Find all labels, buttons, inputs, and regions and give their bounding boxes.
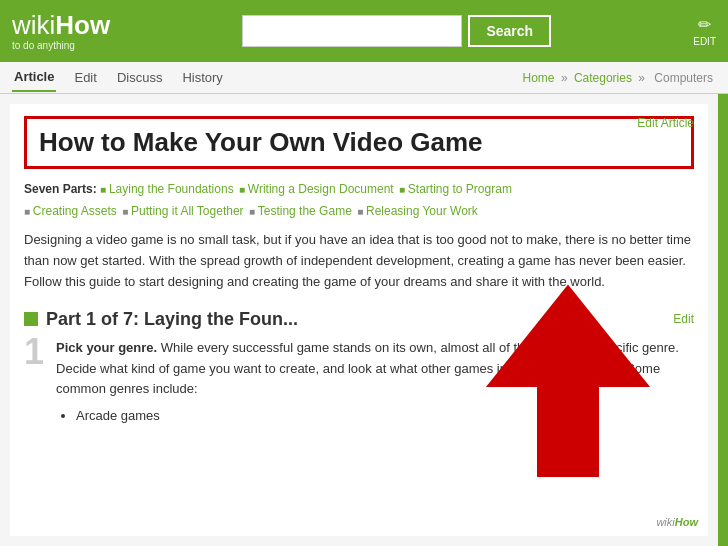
- step-content-1: Pick your genre. While every successful …: [56, 338, 694, 427]
- part-link-4[interactable]: Creating Assets: [24, 204, 117, 218]
- main-content: Edit Article How to Make Your Own Video …: [0, 94, 728, 546]
- edit-header-label: EDIT: [693, 36, 716, 47]
- section-title-1: Part 1 of 7: Laying the Foun...: [24, 309, 298, 330]
- watermark-how: How: [675, 516, 698, 528]
- section-title-text: Part 1 of 7: Laying the Foun...: [46, 309, 298, 330]
- logo-wiki: wiki: [12, 10, 55, 40]
- logo-tagline: to do anything: [12, 40, 110, 51]
- section-square-icon: [24, 312, 38, 326]
- breadcrumb-home[interactable]: Home: [523, 71, 555, 85]
- part-link-1[interactable]: Laying the Foundations: [100, 182, 234, 196]
- part-link-5[interactable]: Putting it All Together: [122, 204, 243, 218]
- search-area: Search: [242, 15, 551, 47]
- bullet-list-1: Arcade games: [76, 406, 694, 427]
- tab-article[interactable]: Article: [12, 63, 56, 92]
- breadcrumb-sep2: »: [638, 71, 645, 85]
- breadcrumb-current: Computers: [654, 71, 713, 85]
- watermark: wikiHow: [656, 516, 698, 528]
- search-button[interactable]: Search: [468, 15, 551, 47]
- header: wikiHow to do anything Search ✏ EDIT: [0, 0, 728, 62]
- step-number-1: 1: [24, 334, 44, 370]
- bullet-item-arcade: Arcade games: [76, 406, 694, 427]
- article-description: Designing a video game is no small task,…: [24, 230, 694, 292]
- sidebar-strip: [718, 94, 728, 546]
- tabs-left: Article Edit Discuss History: [12, 63, 225, 92]
- part-link-2[interactable]: Writing a Design Document: [239, 182, 394, 196]
- logo-how: How: [55, 10, 110, 40]
- part-link-6[interactable]: Testing the Game: [249, 204, 352, 218]
- tab-edit[interactable]: Edit: [72, 64, 98, 91]
- watermark-wiki: wiki: [656, 516, 674, 528]
- step-bold-1: Pick your genre.: [56, 340, 157, 355]
- tab-discuss[interactable]: Discuss: [115, 64, 165, 91]
- article-title-box: How to Make Your Own Video Game: [24, 116, 694, 169]
- content-inner: Edit Article How to Make Your Own Video …: [10, 104, 708, 536]
- nav-tabs: Article Edit Discuss History Home » Cate…: [0, 62, 728, 94]
- part-link-3[interactable]: Starting to Program: [399, 182, 512, 196]
- logo: wikiHow: [12, 11, 110, 40]
- search-input[interactable]: [242, 15, 462, 47]
- tab-history[interactable]: History: [180, 64, 224, 91]
- edit-article-link[interactable]: Edit Article: [637, 116, 694, 130]
- section-edit-link[interactable]: Edit: [673, 312, 694, 326]
- seven-parts: Seven Parts: Laying the Foundations Writ…: [24, 179, 694, 222]
- part-link-7[interactable]: Releasing Your Work: [357, 204, 478, 218]
- breadcrumb-sep1: »: [561, 71, 568, 85]
- breadcrumb-categories[interactable]: Categories: [574, 71, 632, 85]
- section-header-1: Part 1 of 7: Laying the Foun... Edit: [24, 305, 694, 330]
- edit-header-button[interactable]: ✏ EDIT: [693, 15, 716, 47]
- step-1: 1 Pick your genre. While every successfu…: [24, 338, 694, 427]
- logo-area: wikiHow to do anything: [12, 11, 110, 51]
- parts-label: Seven Parts:: [24, 182, 97, 196]
- breadcrumb: Home » Categories » Computers: [523, 71, 716, 85]
- article-title: How to Make Your Own Video Game: [39, 127, 679, 158]
- pencil-icon: ✏: [698, 15, 711, 34]
